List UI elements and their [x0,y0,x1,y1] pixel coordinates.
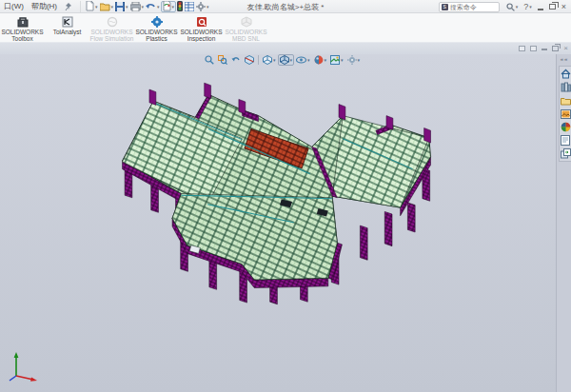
heads-up-view-toolbar: ▾ ▾ ▾ ▾ ▾ ▾ [203,53,362,67]
doc-minimize-icon[interactable] [541,49,547,50]
window-title: 友佳.欧尚名城>+总装 * [190,2,381,12]
appearances-scenes-tab[interactable] [561,122,571,132]
document-window-controls: × [519,45,568,51]
task-pane-tabs [559,66,571,162]
save-button[interactable] [114,1,129,12]
traffic-light-button[interactable] [176,1,184,12]
close-icon: × [561,2,566,11]
solidworks-search-logo-icon: S [442,4,448,10]
properties-doc-icon [561,135,570,146]
view-orientation-button[interactable]: ▾ [261,54,278,66]
assembly-model-3d[interactable] [0,54,571,392]
solidworks-window: { "window": { "menu": { "items": [ { "la… [0,0,571,392]
titlebar-right-controls: S ? × [439,1,569,12]
coordinate-triad [6,350,42,382]
open-file-button[interactable] [99,1,115,12]
new-file-icon [86,1,94,11]
restore-icon [549,4,556,10]
ribbon-item-mbd-snl: SOLIDWORKS MBD SNL [224,13,268,42]
ribbon-item-plastics[interactable]: SOLIDWORKS Plastics [134,13,179,42]
doc-pane-icon-1[interactable] [519,46,525,51]
plastics-icon [151,15,163,28]
zoom-to-area-button[interactable] [216,54,229,66]
traffic-light-icon [177,1,183,11]
tolanalyst-icon [62,15,73,28]
title-bar: 口(W) 帮助(H) 友佳.欧尚名城>+总装 * [0,0,571,13]
scene-icon [330,55,340,65]
view-settings-button[interactable]: ▾ [345,54,363,66]
ribbon-item-solidworks-toolbox[interactable]: SOLIDWORKS Toolbox [0,13,45,42]
save-icon [115,2,125,11]
close-button[interactable]: × [559,1,569,12]
previous-view-icon [231,55,241,65]
new-file-button[interactable] [85,1,99,12]
minimize-icon [538,9,543,10]
apply-scene-button[interactable]: ▾ [328,54,345,66]
folder-icon [561,96,571,106]
display-style-button[interactable]: ▾ [278,54,295,66]
zoom-to-fit-icon [205,55,214,65]
copy-arrow-icon [561,148,571,159]
print-icon [130,2,141,11]
mbd-snl-icon [241,15,252,28]
appearance-ball-icon [314,55,324,65]
restore-button[interactable] [546,1,559,12]
rebuild-button[interactable] [161,1,177,12]
zoom-to-area-icon [218,55,227,65]
command-manager-ribbon: SOLIDWORKS Toolbox TolAnalyst SOLIDWORKS… [0,13,571,42]
ribbon-item-tolanalyst[interactable]: TolAnalyst [45,13,89,42]
open-folder-icon [100,2,110,11]
design-library-tab[interactable] [561,82,571,92]
task-pane-collapse[interactable]: « « [557,56,571,62]
doc-close-icon[interactable]: × [563,45,568,51]
flow-simulation-icon [107,15,118,28]
command-search[interactable]: S [439,2,500,12]
pin-menu-icon[interactable] [64,2,73,11]
print-button[interactable] [129,1,146,12]
help-button[interactable]: ? [521,1,535,12]
toolbar-separator [258,55,259,65]
ribbon-item-inspection[interactable]: SOLIDWORKS Inspection [179,13,224,42]
home-icon [561,69,571,79]
rebuild-icon [163,1,171,11]
undo-icon [146,2,156,11]
doc-restore-icon[interactable] [552,46,559,51]
search-scope-button[interactable] [503,1,522,12]
menu-help[interactable]: 帮助(H) [28,1,61,11]
section-view-button[interactable] [243,54,256,66]
display-style-icon [280,55,289,65]
triad-x-axis [16,376,33,380]
file-explorer-tab[interactable] [561,95,571,106]
custom-properties-tab[interactable] [561,135,571,146]
books-icon [561,82,571,92]
view-settings-icon [347,55,357,65]
edit-appearance-button[interactable]: ▾ [312,54,329,66]
doc-pane-icon-2[interactable] [530,46,537,51]
model-lower-panels [172,193,337,279]
triad-z-axis [10,376,16,381]
eye-icon [296,55,306,65]
ribbon-item-flow-simulation: SOLIDWORKS Flow Simulation [89,13,134,42]
toolbox-icon [17,15,29,28]
view-palette-tab[interactable] [561,108,571,119]
pack-and-go-tab[interactable] [561,148,571,159]
previous-view-button[interactable] [229,54,243,66]
hide-show-items-button[interactable]: ▾ [294,54,312,66]
magnifier-icon [506,3,515,11]
color-wheel-icon [561,122,571,132]
graphics-viewport[interactable]: ▾ ▾ ▾ ▾ ▾ ▾ « « [0,54,571,392]
section-view-icon [245,55,254,65]
zoom-to-fit-button[interactable] [203,54,216,66]
inspection-icon [196,15,207,28]
menu-window[interactable]: 口(W) [0,1,28,11]
picture-icon [561,109,571,119]
minimize-button[interactable] [535,1,546,12]
undo-button[interactable] [145,1,161,12]
view-orientation-icon [263,55,272,65]
task-pane-strip: « « [556,54,571,392]
solidworks-resources-tab[interactable] [561,69,571,79]
search-input[interactable] [450,4,494,10]
